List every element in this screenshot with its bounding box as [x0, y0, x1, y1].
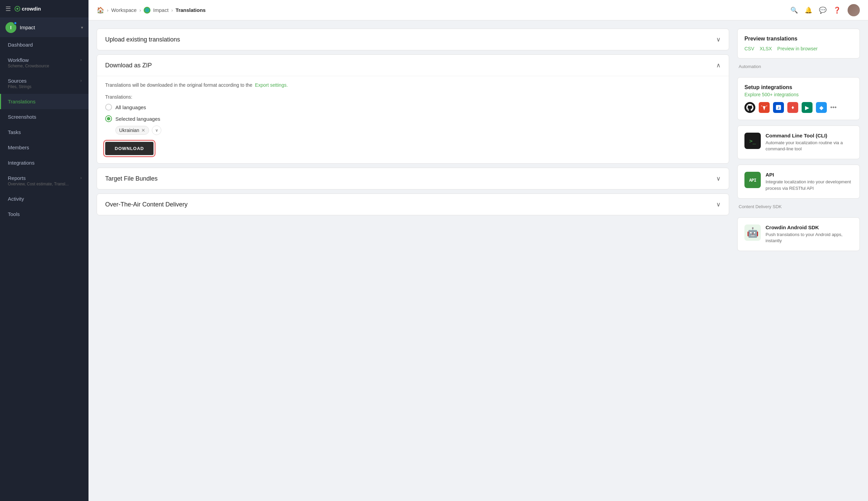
- breadcrumb-workspace[interactable]: Workspace: [111, 7, 137, 13]
- svg-text:J: J: [777, 106, 779, 109]
- sidebar-item-activity[interactable]: Activity: [0, 191, 88, 206]
- api-name: API: [765, 172, 853, 178]
- selected-languages-row: Ukrainian ✕ ∨: [115, 126, 721, 135]
- translations-label: Translations:: [105, 94, 721, 100]
- crowdin-blue-icon[interactable]: ◆: [816, 102, 827, 113]
- google-play-icon[interactable]: ▶: [802, 102, 813, 113]
- crowdin-red-icon[interactable]: ♦: [787, 102, 798, 113]
- project-breadcrumb-icon: 🌐: [144, 7, 150, 14]
- ota-card-title: Over-The-Air Content Delivery: [105, 201, 188, 208]
- topbar: 🏠 › Workspace › 🌐 Impact › Translations …: [88, 0, 868, 20]
- api-icon: API: [744, 172, 761, 188]
- download-zip-card: Download as ZIP ∧ Translations will be d…: [97, 54, 729, 163]
- csv-download-link[interactable]: CSV: [744, 46, 754, 51]
- project-icon: I: [6, 22, 16, 33]
- radio-selected-icon: [105, 115, 112, 122]
- sidebar-item-members[interactable]: Members: [0, 140, 88, 155]
- bell-icon[interactable]: 🔔: [805, 7, 812, 14]
- download-card-title: Download as ZIP: [105, 62, 152, 69]
- content-sdk-label: Content Delivery SDK: [737, 204, 860, 209]
- radio-selected-languages[interactable]: Selected languages: [105, 115, 721, 122]
- explore-integrations-link[interactable]: Explore 500+ integrations: [744, 92, 853, 97]
- hamburger-icon[interactable]: ☰: [6, 5, 11, 13]
- chevron-up-icon: ∧: [716, 62, 721, 69]
- sidebar-item-label: Workflow: [8, 57, 29, 63]
- sidebar-item-label: Sources: [8, 78, 27, 84]
- content-area: Upload existing translations ∨ Download …: [88, 20, 868, 501]
- sidebar-item-label: Integrations: [8, 160, 34, 166]
- right-sidebar: Preview translations CSV XLSX Preview in…: [737, 29, 860, 493]
- sidebar-item-integrations[interactable]: Integrations: [0, 155, 88, 170]
- description-text: Translations will be downloaded in the o…: [105, 82, 252, 88]
- android-sdk-card: 🤖 Crowdin Android SDK Push translations …: [737, 217, 860, 251]
- project-selector[interactable]: I Impact ▾: [0, 18, 88, 37]
- search-icon[interactable]: 🔍: [791, 7, 798, 14]
- more-integrations-icon[interactable]: •••: [830, 104, 837, 111]
- remove-language-icon[interactable]: ✕: [141, 128, 145, 133]
- sidebar-item-sub: Overview, Cost estimate, Transl...: [8, 182, 82, 186]
- preview-in-browser-link[interactable]: Preview in browser: [777, 46, 818, 51]
- sidebar-item-label: Reports: [8, 175, 26, 181]
- sidebar: ☰ crowdin I Impact ▾ Dashboard Workflow …: [0, 0, 88, 501]
- preview-title: Preview translations: [744, 36, 853, 42]
- target-file-bundles-card: Target File Bundles ∨: [97, 168, 729, 190]
- project-icon-dot: [14, 21, 17, 25]
- integrations-title: Setup integrations: [744, 84, 853, 90]
- upload-card-title: Upload existing translations: [105, 36, 180, 43]
- cli-tool-card: >_ Command Line Tool (CLI) Automate your…: [737, 126, 860, 159]
- sidebar-item-sub: Scheme, Crowdsource: [8, 64, 82, 68]
- breadcrumb: 🏠 › Workspace › 🌐 Impact › Translations: [97, 7, 788, 14]
- sidebar-item-tasks[interactable]: Tasks: [0, 125, 88, 140]
- project-name: Impact: [20, 24, 77, 30]
- gitlab-icon[interactable]: [759, 102, 770, 113]
- jira-icon[interactable]: J: [773, 102, 784, 113]
- bundles-card-title: Target File Bundles: [105, 175, 158, 182]
- sidebar-item-label: Dashboard: [8, 42, 33, 47]
- main-column: Upload existing translations ∨ Download …: [97, 29, 729, 493]
- automation-section-label: Automation: [737, 64, 860, 69]
- bundles-card-header[interactable]: Target File Bundles ∨: [97, 168, 729, 189]
- sidebar-item-dashboard[interactable]: Dashboard: [0, 37, 88, 52]
- android-sdk-info: Crowdin Android SDK Push translations to…: [765, 224, 853, 244]
- sidebar-item-sources[interactable]: Sources › Files, Strings: [0, 73, 88, 94]
- xlsx-download-link[interactable]: XLSX: [760, 46, 772, 51]
- ota-card-header[interactable]: Over-The-Air Content Delivery ∨: [97, 194, 729, 215]
- export-settings-link[interactable]: Export settings.: [255, 82, 288, 88]
- ota-card: Over-The-Air Content Delivery ∨: [97, 193, 729, 215]
- chevron-right-icon: ›: [80, 57, 82, 62]
- radio-group: All languages Selected languages: [105, 104, 721, 122]
- download-card-body: Translations will be downloaded in the o…: [97, 76, 729, 163]
- home-icon[interactable]: 🏠: [97, 7, 104, 14]
- sidebar-item-screenshots[interactable]: Screenshots: [0, 109, 88, 125]
- sidebar-item-reports[interactable]: Reports › Overview, Cost estimate, Trans…: [0, 170, 88, 191]
- github-icon[interactable]: [744, 102, 755, 113]
- avatar[interactable]: [848, 4, 860, 16]
- topbar-actions: 🔍 🔔 💬 ❓: [791, 4, 860, 16]
- download-button[interactable]: DOWNLOAD: [105, 142, 154, 155]
- sidebar-item-workflow[interactable]: Workflow › Scheme, Crowdsource: [0, 52, 88, 73]
- sidebar-item-tools[interactable]: Tools: [0, 206, 88, 222]
- android-icon: 🤖: [744, 224, 761, 241]
- add-language-dropdown[interactable]: ∨: [152, 126, 161, 135]
- sidebar-item-translations[interactable]: Translations: [0, 94, 88, 109]
- api-description: Integrate localization into your develop…: [765, 179, 853, 191]
- integrations-icons-row: J ♦ ▶ ◆ •••: [744, 102, 853, 113]
- upload-card-header[interactable]: Upload existing translations ∨: [97, 29, 729, 50]
- api-tool-card: API API Integrate localization into your…: [737, 164, 860, 198]
- project-chevron-icon: ▾: [81, 25, 83, 30]
- help-icon[interactable]: ❓: [833, 7, 841, 14]
- chat-icon[interactable]: 💬: [819, 7, 826, 14]
- sidebar-item-label: Screenshots: [8, 114, 36, 120]
- preview-translations-card: Preview translations CSV XLSX Preview in…: [737, 29, 860, 58]
- avatar-image: [848, 4, 860, 16]
- radio-all-label: All languages: [115, 104, 146, 110]
- radio-all-languages[interactable]: All languages: [105, 104, 721, 110]
- sidebar-nav: Dashboard Workflow › Scheme, Crowdsource…: [0, 37, 88, 222]
- breadcrumb-project[interactable]: Impact: [153, 7, 168, 13]
- android-sdk-description: Push translations to your Android apps, …: [765, 232, 853, 244]
- chevron-right-icon: ›: [80, 175, 82, 180]
- language-tag-label: Ukrainian: [119, 128, 139, 133]
- cli-info: Command Line Tool (CLI) Automate your lo…: [765, 132, 853, 152]
- sidebar-item-sub: Files, Strings: [8, 84, 82, 89]
- download-card-header[interactable]: Download as ZIP ∧: [97, 55, 729, 76]
